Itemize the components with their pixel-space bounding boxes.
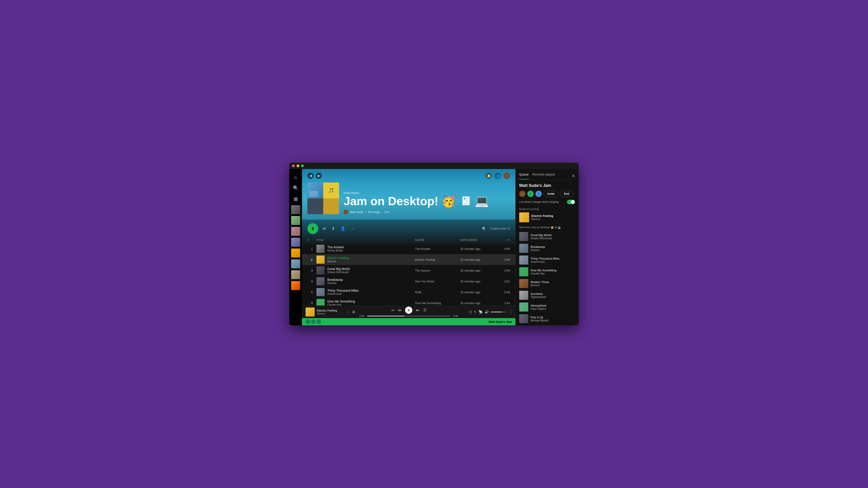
track-artist: Shawn McDonald: [327, 271, 350, 274]
jam-avatar-3: 👤: [316, 320, 321, 324]
now-playing-track[interactable]: Electric Feeling Decora: [519, 213, 575, 222]
track-info: Breakaway Glassio: [316, 277, 415, 285]
np-track-name: Electric Feeling: [531, 214, 553, 218]
header-duration: ⏱: [496, 238, 510, 241]
custom-order-button[interactable]: Custom order ☰: [490, 227, 510, 230]
fullscreen-button[interactable]: ⛶: [508, 310, 512, 314]
shuffle-ctrl-button[interactable]: ⇌: [391, 308, 394, 312]
jam-icon-button[interactable]: 👥: [495, 173, 501, 179]
maximize-button[interactable]: [301, 164, 304, 167]
fullscreen-icon: ⛶: [508, 310, 512, 314]
shuffle-button[interactable]: ⇌: [322, 225, 327, 232]
queue-track-name: Modern Times: [530, 281, 549, 284]
tab-queue[interactable]: Queue: [519, 173, 529, 180]
prev-button[interactable]: ⏮: [398, 308, 401, 312]
close-button[interactable]: [292, 164, 295, 167]
back-button[interactable]: ◀: [307, 173, 314, 179]
sidebar-playlist-5[interactable]: [291, 249, 300, 258]
sidebar-playlist-1[interactable]: [291, 205, 300, 214]
jam-avatar-a: 👤: [519, 191, 526, 197]
queue-item[interactable]: Give Me Something Claude Hay: [519, 266, 575, 278]
prev-icon: ⏮: [398, 308, 401, 312]
forward-button[interactable]: ▶: [315, 173, 322, 179]
heart-icon: 🖥: [352, 310, 355, 314]
queue-track-info: Give Me Something Claude Hay: [530, 269, 556, 275]
track-date-added: 32 minutes ago: [460, 280, 496, 283]
play-pause-large-button[interactable]: ⏸: [307, 223, 318, 234]
add-users-button[interactable]: 👤: [340, 225, 346, 232]
queue-item[interactable]: Thirty-Thousand Miles Anachronist: [519, 254, 575, 266]
queue-item[interactable]: Atmosphere Clay Hughes: [519, 301, 575, 313]
tab-recently-played[interactable]: Recently played: [532, 173, 555, 180]
queue-button[interactable]: ☰: [423, 308, 426, 312]
track-row[interactable]: ▶ Electric Feeling Decora Electric Feeli…: [302, 254, 515, 265]
panel-close-button[interactable]: ✕: [572, 173, 575, 178]
custom-order-label: Custom order: [490, 227, 506, 230]
track-number: 4: [307, 280, 316, 283]
track-row[interactable]: 1 The Answer Honey Butter The Answer 32 …: [302, 243, 515, 254]
next-button[interactable]: ⏭: [416, 308, 420, 312]
track-row[interactable]: 4 Breakaway Glassio See You Shine 32 min…: [302, 276, 515, 287]
volume-bar[interactable]: [491, 312, 506, 313]
end-button[interactable]: End: [560, 191, 573, 197]
queue-artist-name: Clay Hughes: [530, 307, 546, 311]
queue-thumbnail: [519, 314, 528, 323]
track-date-added: 32 minutes ago: [460, 247, 496, 251]
sidebar-playlist-8[interactable]: [291, 281, 300, 290]
sidebar-item-home[interactable]: ⌂: [291, 173, 300, 182]
progress-bar[interactable]: [367, 316, 450, 317]
sidebar-playlist-4[interactable]: [291, 238, 300, 247]
player-center: ⇌ ⏮ ⏸ ⏭ ☰: [358, 306, 459, 318]
lyrics-button[interactable]: ✎: [474, 310, 477, 314]
home-icon: ⌂: [294, 175, 297, 180]
mini-artist-name: Decora: [317, 312, 344, 315]
track-table: # Title Album Date added ⏱ 1 The Answer …: [302, 238, 515, 305]
queue-item[interactable]: Sunshine Tigerweather: [519, 289, 575, 301]
jam-bottom-bar[interactable]: 👤 👤 👤 Matt Suda's Jam: [302, 318, 515, 325]
connect-button[interactable]: 📡: [478, 310, 483, 314]
sidebar-playlist-6[interactable]: [291, 259, 300, 268]
download-button[interactable]: ⬇: [331, 225, 336, 232]
track-row[interactable]: 5 Thirty-Thousand Miles Anachronist RGB …: [302, 287, 515, 297]
sidebar-playlist-3[interactable]: [291, 227, 300, 236]
track-row[interactable]: 6 Give Me Something Claude Hay Give Me S…: [302, 297, 515, 305]
track-search-button[interactable]: 🔍: [482, 227, 487, 231]
track-info: The Answer Honey Butter: [316, 245, 415, 253]
header-date: Date added: [460, 238, 496, 241]
jam-avatar-c: 👤: [535, 191, 542, 197]
queue-item[interactable]: Breakaway Glassio: [519, 242, 575, 254]
pip-icon: ⊡: [469, 310, 472, 314]
queue-item[interactable]: Pick It Up Michael Minelli: [519, 313, 575, 325]
track-row[interactable]: 3 Great Big World Shawn McDonald The Sea…: [302, 265, 515, 276]
volume-button[interactable]: 🔊: [485, 310, 489, 314]
main-content: ◀ ▶ 🔔 👥 👤: [302, 169, 515, 325]
pause-ctrl-icon: ⏸: [407, 308, 410, 312]
track-date-added: 32 minutes ago: [460, 291, 496, 294]
play-pause-button[interactable]: ⏸: [405, 306, 412, 314]
sidebar-playlist-7[interactable]: [291, 270, 300, 279]
panel-tabs: Queue Recently played ✕: [516, 169, 579, 180]
invite-button[interactable]: Invite: [544, 191, 558, 197]
notifications-button[interactable]: 🔔: [486, 173, 492, 179]
track-name: Breakaway: [327, 278, 343, 282]
like-button[interactable]: 🖥: [352, 310, 355, 314]
sidebar-item-library[interactable]: ▦: [291, 194, 300, 203]
track-date-added: 32 minutes ago: [460, 258, 496, 261]
queue-icon: ☰: [423, 308, 426, 312]
track-info: Electric Feeling Decora: [316, 256, 415, 264]
pip-button[interactable]: ⊡: [469, 310, 472, 314]
sidebar-playlist-2[interactable]: [291, 216, 300, 225]
track-album: RGB: [415, 291, 460, 294]
minimize-button[interactable]: [297, 164, 299, 167]
queue-item[interactable]: Modern Times Bonomi: [519, 278, 575, 289]
queue-track-name: Pick It Up: [530, 316, 548, 319]
queue-item[interactable]: Great Big World Shawn McDonald: [519, 231, 575, 242]
jam-toggle[interactable]: [567, 200, 575, 204]
jam-session-label: Matt Suda's Jam: [489, 320, 512, 324]
sidebar-item-search[interactable]: 🔍: [291, 184, 300, 193]
queue-artist-name: Tigerweather: [530, 295, 546, 299]
user-avatar[interactable]: 👤: [504, 173, 510, 179]
player-controls: ⇌ ⏮ ⏸ ⏭ ☰: [391, 306, 426, 314]
track-number: 6: [307, 301, 316, 305]
more-options-button[interactable]: ···: [350, 225, 355, 232]
